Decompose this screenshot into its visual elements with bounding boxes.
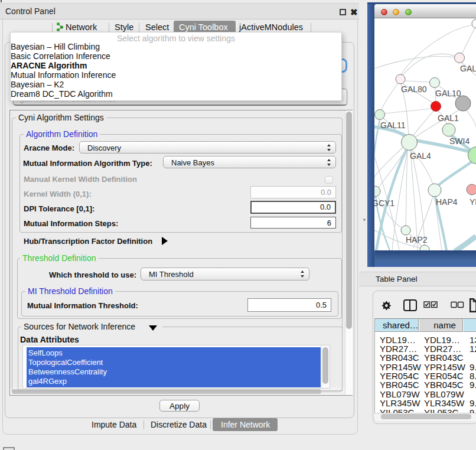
svg-text:YD: YD (470, 197, 476, 207)
svg-text:GAL11: GAL11 (380, 120, 406, 130)
svg-text:GAL7: GAL7 (460, 64, 476, 73)
svg-text:HAP2: HAP2 (406, 235, 428, 244)
svg-text:GAL10: GAL10 (435, 89, 461, 98)
svg-text:GAL80: GAL80 (401, 84, 427, 94)
svg-text:HAP4: HAP4 (436, 197, 458, 207)
svg-text:GAL4: GAL4 (410, 151, 431, 161)
svg-text:GCY1: GCY1 (374, 198, 395, 208)
svg-text:GAL1: GAL1 (438, 113, 459, 123)
svg-text:SWI4: SWI4 (449, 136, 470, 146)
